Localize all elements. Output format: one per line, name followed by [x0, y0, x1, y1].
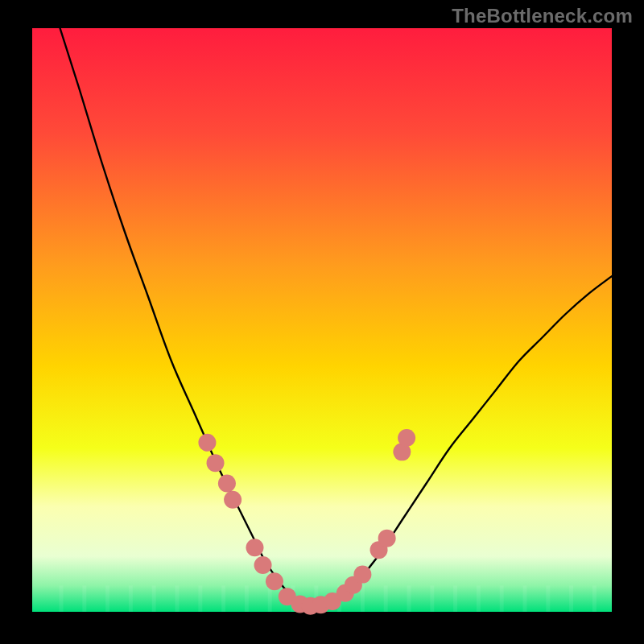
chart-stage: TheBottleneck.com: [0, 0, 644, 644]
curve-marker: [378, 530, 396, 547]
curve-marker: [198, 434, 216, 452]
plot-background: [32, 28, 612, 612]
curve-marker: [254, 556, 272, 574]
watermark-text: TheBottleneck.com: [452, 5, 633, 27]
curve-marker: [353, 566, 371, 584]
curve-marker: [224, 491, 242, 509]
curve-marker: [218, 475, 236, 493]
curve-marker: [266, 572, 283, 590]
curve-marker: [398, 429, 415, 447]
curve-marker: [246, 539, 263, 556]
curve-marker: [207, 454, 225, 472]
bottleneck-chart: [0, 0, 644, 644]
